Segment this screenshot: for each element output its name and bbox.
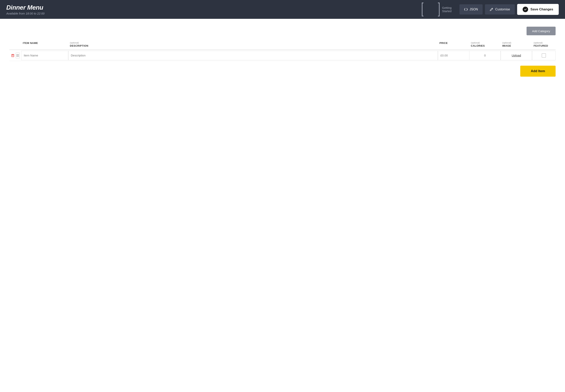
- add-item-container: Add Item: [9, 66, 556, 77]
- add-category-button[interactable]: Add Category: [527, 27, 556, 35]
- description-cell: [68, 51, 438, 60]
- json-label: JSON: [470, 8, 478, 11]
- bracket-icon: [421, 1, 441, 17]
- pencil-icon: [490, 8, 493, 11]
- main-content: Add Category ITEM NAME (optional) DESCRI…: [0, 19, 565, 392]
- col-header-featured: (optional) FEATURED: [532, 42, 556, 47]
- featured-checkbox[interactable]: [542, 53, 546, 58]
- row-actions: [9, 51, 21, 60]
- check-icon: [524, 8, 527, 11]
- save-check-circle: [523, 7, 528, 12]
- menu-subtitle: Available from 18:00 to 22:00: [6, 12, 45, 15]
- top-actions: Add Category: [9, 27, 556, 35]
- item-name-cell: [21, 51, 68, 60]
- col-header-price: PRICE: [438, 42, 469, 47]
- drag-lines-icon: [16, 54, 19, 57]
- menu-title: Dinner Menu: [6, 4, 45, 11]
- delete-row-button[interactable]: [11, 53, 15, 58]
- svg-line-0: [492, 8, 492, 9]
- drag-handle-button[interactable]: [16, 53, 20, 58]
- save-changes-button[interactable]: Save Changes: [517, 4, 559, 15]
- col-header-calories: (optional) CALORIES: [469, 42, 501, 47]
- table-row: Upload: [9, 50, 556, 61]
- menu-title-block: Dinner Menu Available from 18:00 to 22:0…: [6, 4, 45, 15]
- image-cell: Upload: [501, 51, 532, 60]
- json-button[interactable]: JSON: [460, 4, 483, 14]
- trash-icon: [11, 54, 15, 57]
- customise-label: Customise: [495, 8, 510, 11]
- add-item-button[interactable]: Add Item: [520, 66, 556, 77]
- save-changes-label: Save Changes: [531, 7, 553, 11]
- col-header-description: (optional) DESCRIPTION: [68, 42, 438, 47]
- calories-input[interactable]: [469, 51, 501, 60]
- getting-started-label: Getting Started: [442, 6, 454, 13]
- header-nav: Getting Started JSON Customise: [418, 0, 559, 19]
- col-header-image: (optional) IMAGE: [501, 42, 532, 47]
- upload-button[interactable]: Upload: [512, 54, 521, 57]
- calories-cell: [469, 51, 501, 60]
- featured-cell: [532, 51, 556, 60]
- description-input[interactable]: [68, 51, 438, 60]
- price-cell: [438, 51, 469, 60]
- page-header: Dinner Menu Available from 18:00 to 22:0…: [0, 0, 565, 19]
- svg-rect-1: [12, 55, 14, 57]
- table-header: ITEM NAME (optional) DESCRIPTION PRICE (…: [9, 42, 556, 50]
- col-header-item-name: ITEM NAME: [21, 42, 68, 47]
- getting-started-nav[interactable]: Getting Started: [418, 0, 457, 19]
- customise-button[interactable]: Customise: [485, 4, 515, 14]
- code-icon: [464, 8, 468, 11]
- item-name-input[interactable]: [21, 51, 68, 60]
- col-header-actions: [9, 42, 21, 47]
